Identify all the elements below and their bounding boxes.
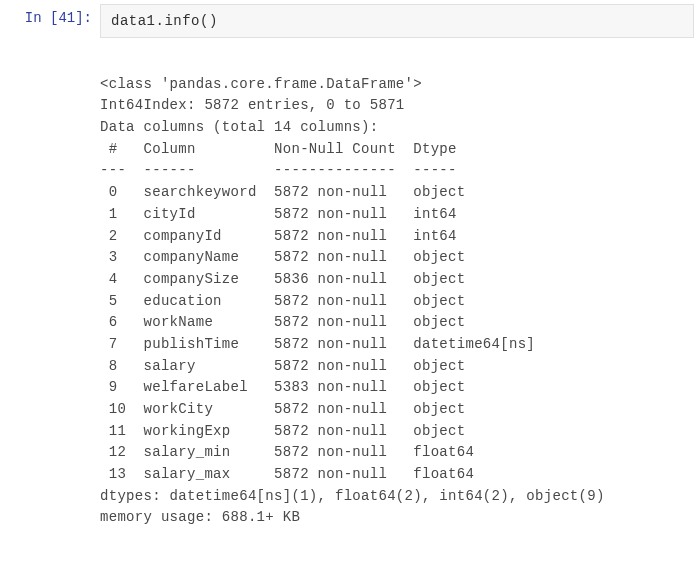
table-row: 11 workingExp 5872 non-null object <box>100 423 465 439</box>
index-line: Int64Index: 5872 entries, 0 to 5871 <box>100 97 405 113</box>
table-row: 3 companyName 5872 non-null object <box>100 249 465 265</box>
class-line: <class 'pandas.core.frame.DataFrame'> <box>100 76 422 92</box>
table-row: 0 searchkeyword 5872 non-null object <box>100 184 465 200</box>
input-prompt: In [41]: <box>0 0 100 26</box>
table-row: 12 salary_min 5872 non-null float64 <box>100 444 474 460</box>
input-cell: In [41]: data1.info() <box>0 0 700 38</box>
memory-line: memory usage: 688.1+ KB <box>100 509 300 525</box>
code-input[interactable]: data1.info() <box>100 4 694 38</box>
table-row: 8 salary 5872 non-null object <box>100 358 465 374</box>
table-row: 9 welfareLabel 5383 non-null object <box>100 379 465 395</box>
table-row: 7 publishTime 5872 non-null datetime64[n… <box>100 336 535 352</box>
table-row: 10 workCity 5872 non-null object <box>100 401 465 417</box>
table-header: # Column Non-Null Count Dtype <box>100 141 457 157</box>
table-row: 2 companyId 5872 non-null int64 <box>100 228 457 244</box>
table-divider: --- ------ -------------- ----- <box>100 162 457 178</box>
columns-line: Data columns (total 14 columns): <box>100 119 378 135</box>
table-row: 13 salary_max 5872 non-null float64 <box>100 466 474 482</box>
output-text: <class 'pandas.core.frame.DataFrame'> In… <box>100 38 700 537</box>
table-row: 1 cityId 5872 non-null int64 <box>100 206 457 222</box>
table-row: 6 workName 5872 non-null object <box>100 314 465 330</box>
output-cell: Out[41]: <class 'pandas.core.frame.DataF… <box>0 38 700 537</box>
dtypes-line: dtypes: datetime64[ns](1), float64(2), i… <box>100 488 605 504</box>
table-row: 5 education 5872 non-null object <box>100 293 465 309</box>
table-row: 4 companySize 5836 non-null object <box>100 271 465 287</box>
